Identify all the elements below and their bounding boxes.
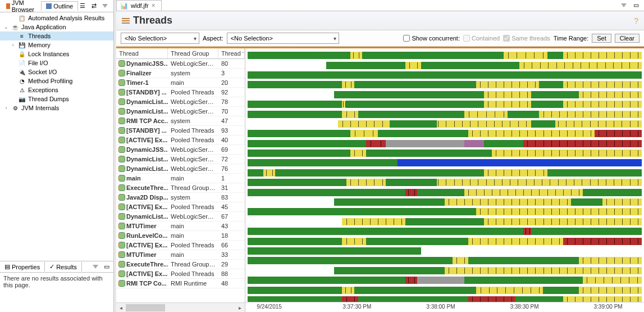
table-row[interactable]: DynamicList...WebLogicServer67 xyxy=(116,212,245,221)
timeline-row[interactable] xyxy=(248,217,642,227)
tree-automated[interactable]: 📋Automated Analysis Results xyxy=(0,13,113,22)
same-threads-check[interactable]: Same threads xyxy=(503,35,550,42)
table-row[interactable]: MTUTimermain43 xyxy=(116,221,245,231)
timeline-row[interactable] xyxy=(248,256,642,265)
expand-arrow[interactable]: › xyxy=(10,42,16,48)
table-row[interactable]: ExecuteThre...Thread Group f...31 xyxy=(116,183,245,193)
contained-check[interactable]: Contained xyxy=(463,35,500,42)
tree-java-app[interactable]: ⌄☕Java Application xyxy=(0,22,113,31)
tree-method[interactable]: ◔Method Profiling xyxy=(0,76,113,85)
table-row[interactable]: [STANDBY] ...Pooled Threads93 xyxy=(116,126,245,135)
dump-icon: 📷 xyxy=(18,95,26,103)
outline-tree[interactable]: 📋Automated Analysis Results ⌄☕Java Appli… xyxy=(0,12,113,261)
table-row[interactable]: RunLevelCo...main18 xyxy=(116,231,245,241)
maximize-icon[interactable]: ▭ xyxy=(102,263,111,272)
table-row[interactable]: [STANDBY] ...Pooled Threads92 xyxy=(116,88,245,97)
timeline-row[interactable] xyxy=(248,80,642,89)
timeline-row[interactable] xyxy=(248,207,642,216)
timeline-row[interactable] xyxy=(248,129,642,138)
tree-lock[interactable]: 🔒Lock Instances xyxy=(0,49,113,58)
timeline-row[interactable] xyxy=(248,266,642,275)
tab-outline[interactable]: Outline xyxy=(41,1,78,11)
expand-arrow[interactable]: › xyxy=(3,105,9,111)
timeline-row[interactable] xyxy=(248,119,642,129)
minimize-icon[interactable] xyxy=(619,1,628,10)
tree-jvm-internals[interactable]: ›⚙JVM Internals xyxy=(0,103,113,112)
col-count[interactable]: Thread˄ xyxy=(218,48,245,58)
close-icon[interactable]: × xyxy=(152,2,156,10)
timeline-row[interactable] xyxy=(248,236,642,246)
timeline-row[interactable] xyxy=(248,70,642,80)
table-row[interactable]: MTUTimermain33 xyxy=(116,250,245,260)
results-body: There are no results associated with thi… xyxy=(0,273,113,312)
timeline-row[interactable] xyxy=(248,90,642,100)
set-button[interactable]: Set xyxy=(592,34,611,43)
show-concurrent-check[interactable]: Show concurrent: xyxy=(403,35,460,42)
tree-threads[interactable]: ≡Threads xyxy=(0,31,113,40)
expand-arrow[interactable]: ⌄ xyxy=(3,24,9,30)
col-thread[interactable]: Thread xyxy=(116,48,168,58)
table-row[interactable]: DynamicList...WebLogicServer72 xyxy=(116,155,245,164)
jvm-icon: ⚙ xyxy=(11,104,19,112)
timeline-row[interactable] xyxy=(248,197,642,207)
timeline-row[interactable] xyxy=(248,109,642,119)
table-row[interactable]: mainmain1 xyxy=(116,174,245,183)
timeline-row[interactable] xyxy=(248,246,642,256)
tree-exceptions[interactable]: ⚠Exceptions xyxy=(0,85,113,94)
timeline-row[interactable] xyxy=(248,100,642,109)
timeline-row[interactable] xyxy=(248,227,642,236)
editor-tab[interactable]: 📊 wldf.jfr × xyxy=(116,0,162,11)
minimize-icon[interactable] xyxy=(91,263,100,272)
scroll-right[interactable]: ▸ xyxy=(235,305,245,311)
table-row[interactable]: Finalizersystem3 xyxy=(116,69,245,78)
timeline-row[interactable] xyxy=(248,148,642,158)
hscrollbar[interactable]: ◂ ▸ xyxy=(116,302,245,312)
scroll-thumb[interactable] xyxy=(126,304,165,311)
thread-icon xyxy=(119,89,125,95)
table-row[interactable]: [ACTIVE] Ex...Pooled Threads66 xyxy=(116,241,245,250)
timeline-row[interactable] xyxy=(248,178,642,187)
aspect-combo[interactable]: <No Selection> xyxy=(227,33,339,44)
timeline-row[interactable] xyxy=(248,168,642,178)
table-row[interactable]: DynamicList...WebLogicServer76 xyxy=(116,164,245,174)
table-row[interactable]: DynamicList...WebLogicServer78 xyxy=(116,97,245,107)
table-row[interactable]: ExecuteThre...Thread Group f...29 xyxy=(116,260,245,269)
tree-memory[interactable]: ›💾Memory xyxy=(0,40,113,49)
tree-socketio[interactable]: 🔌Socket I/O xyxy=(0,67,113,76)
table-row[interactable]: [ACTIVE] Ex...Pooled Threads45 xyxy=(116,202,245,212)
table-body[interactable]: DynamicJSS...WebLogicServer80Finalizersy… xyxy=(116,59,245,302)
clipboard-icon: 📋 xyxy=(18,14,26,22)
clear-button[interactable]: Clear xyxy=(615,34,640,43)
table-row[interactable]: [ACTIVE] Ex...Pooled Threads88 xyxy=(116,269,245,279)
timeline-row[interactable] xyxy=(248,51,642,60)
timeline-row[interactable] xyxy=(248,60,642,70)
filter-combo[interactable]: <No Selection> xyxy=(121,33,199,44)
timeline-row[interactable] xyxy=(248,139,642,148)
col-group[interactable]: Thread Group xyxy=(168,48,218,58)
timeline-row[interactable] xyxy=(248,295,642,302)
tab-results[interactable]: ✓Results xyxy=(45,262,82,272)
table-row[interactable]: RMI TCP Co...RMI Runtime48 xyxy=(116,279,245,288)
timeline-row[interactable] xyxy=(248,158,642,168)
toolbar-icon-1[interactable]: ☰ xyxy=(78,2,87,11)
timeline-row[interactable] xyxy=(248,285,642,295)
tab-properties[interactable]: ▤Properties xyxy=(0,262,45,272)
toolbar-icon-2[interactable]: ⇄ xyxy=(89,2,98,11)
table-row[interactable]: DynamicList...WebLogicServer70 xyxy=(116,107,245,116)
axis-date: 9/24/2015 xyxy=(257,304,282,310)
tree-fileio[interactable]: 📄File I/O xyxy=(0,58,113,67)
table-row[interactable]: DynamicJSS...WebLogicServer80 xyxy=(116,59,245,69)
table-row[interactable]: DynamicJSS...WebLogicServer69 xyxy=(116,145,245,155)
thread-timeline[interactable] xyxy=(245,48,644,302)
scroll-left[interactable]: ◂ xyxy=(116,305,126,311)
table-row[interactable]: [ACTIVE] Ex...Pooled Threads40 xyxy=(116,135,245,145)
table-row[interactable]: RMI TCP Acc...system47 xyxy=(116,116,245,126)
timeline-row[interactable] xyxy=(248,187,642,197)
minimize-icon[interactable] xyxy=(101,2,109,11)
tree-tdumps[interactable]: 📷Thread Dumps xyxy=(0,94,113,103)
maximize-icon[interactable]: ▭ xyxy=(632,1,641,10)
table-row[interactable]: Java2D Disp...system83 xyxy=(116,193,245,202)
help-icon[interactable]: ? xyxy=(634,16,638,25)
table-row[interactable]: Timer-1main20 xyxy=(116,78,245,88)
timeline-row[interactable] xyxy=(248,275,642,285)
